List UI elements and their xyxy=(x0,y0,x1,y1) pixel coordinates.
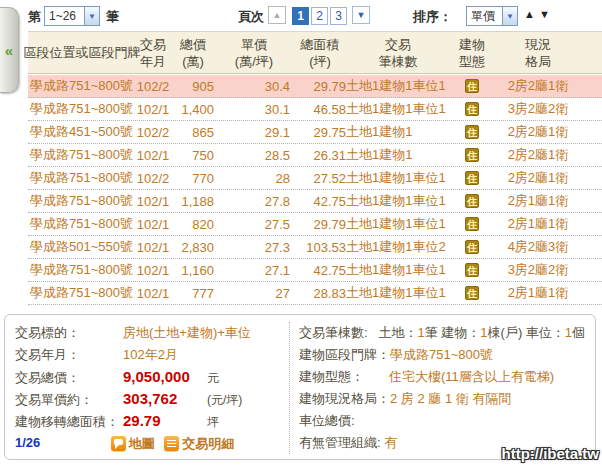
table-row[interactable]: 學成路751~800號102/11,18827.842.75土地1建物1車位1住… xyxy=(28,190,602,213)
cell-layout: 2房1廳1衛 xyxy=(494,192,602,210)
cell-total-area: 28.83 xyxy=(294,286,346,301)
sort-select[interactable]: 單價 ▼ xyxy=(466,6,518,26)
cell-layout: 3房2廳2衛 xyxy=(494,100,602,118)
chevron-down-icon: ▼ xyxy=(502,7,517,25)
cell-building-type: 住 xyxy=(450,263,494,277)
page-button-2[interactable]: 2 xyxy=(311,7,328,25)
map-bubble-icon xyxy=(111,436,126,451)
cell-address: 學成路751~800號 xyxy=(28,146,134,164)
cell-layout: 2房2廳1衛 xyxy=(494,123,602,141)
cell-layout: 3房2廳2衛 xyxy=(494,261,602,279)
cell-address: 學成路751~800號 xyxy=(28,284,134,302)
cell-address: 學成路751~800號 xyxy=(28,169,134,187)
cell-total-price: 1,160 xyxy=(172,263,218,278)
triangle-up-icon: ▲ xyxy=(273,10,282,20)
range-select[interactable]: 1~26 ▼ xyxy=(44,6,100,26)
triangle-down-icon: ▼ xyxy=(357,10,366,20)
cell-layout: 2房2廳1衛 xyxy=(494,77,602,95)
cell-building-type: 住 xyxy=(450,286,494,300)
table-row[interactable]: 學成路751~800號102/182027.529.79土地1建物1車位1住2房… xyxy=(28,213,602,236)
date-label: 交易年月： xyxy=(15,344,123,366)
cell-address: 學成路751~800號 xyxy=(28,261,134,279)
cell-transaction-count: 土地1建物1車位1 xyxy=(346,100,450,118)
table-row[interactable]: 學成路751~800號102/27702827.52土地1建物1車位1住2房2廳… xyxy=(28,167,602,190)
cell-total-area: 42.75 xyxy=(294,263,346,278)
collapse-chevrons-icon: « xyxy=(5,43,13,58)
building-type-label: 建物型態： xyxy=(299,366,389,388)
residential-badge: 住 xyxy=(465,217,479,231)
header-transaction-count: 交易筆棟數 xyxy=(346,32,450,73)
cell-building-type: 住 xyxy=(450,194,494,208)
table-row[interactable]: 學成路451~500號102/286529.129.75土地1建物1住2房2廳1… xyxy=(28,121,602,144)
cell-address: 學成路751~800號 xyxy=(28,77,134,95)
detail-left-column: 交易標的：房地(土地+建物)+車位 交易年月：102年2月 交易總價：9,050… xyxy=(15,322,281,454)
detail-panel: 交易標的：房地(土地+建物)+車位 交易年月：102年2月 交易總價：9,050… xyxy=(4,314,596,460)
collapse-panel-tab[interactable]: « xyxy=(0,7,19,93)
pager-prev-button[interactable]: ▲ xyxy=(268,6,286,24)
total-price-unit: 元 xyxy=(207,371,219,385)
building-layout-label: 建物現況格局： xyxy=(299,391,390,406)
parking-price-label: 車位總價: xyxy=(299,413,355,428)
cell-building-type: 住 xyxy=(450,125,494,139)
cell-total-area: 29.79 xyxy=(294,79,346,94)
pager-next-button[interactable]: ▼ xyxy=(352,6,370,24)
date-value: 102年2月 xyxy=(123,347,178,362)
txn-count-label: 交易筆棟數: xyxy=(299,325,368,340)
residential-badge: 住 xyxy=(465,148,479,162)
list-icon xyxy=(164,436,179,451)
cell-layout: 2房2廳1衛 xyxy=(494,146,602,164)
cell-total-price: 750 xyxy=(172,148,218,163)
building-layout-value: 2 房 2 廳 1 衛 有隔間 xyxy=(390,391,511,406)
cell-year-month: 102/2 xyxy=(134,125,172,140)
map-button[interactable]: 地圖 xyxy=(111,433,155,455)
cell-total-area: 29.79 xyxy=(294,217,346,232)
table-row[interactable]: 學成路751~800號102/17772728.83土地1建物1車位1住2房1廳… xyxy=(28,282,602,305)
cell-address: 學成路751~800號 xyxy=(28,192,134,210)
sort-select-value: 單價 xyxy=(467,8,502,25)
cell-total-area: 29.75 xyxy=(294,125,346,140)
range-select-value: 1~26 xyxy=(45,9,84,23)
cell-unit-price: 27.8 xyxy=(218,194,294,209)
building-address-label: 建物區段門牌： xyxy=(299,347,390,362)
table-row[interactable]: 學成路751~800號102/175028.526.31土地1建物1住2房2廳1… xyxy=(28,144,602,167)
subject-label: 交易標的： xyxy=(15,322,123,344)
land-count: 1 xyxy=(417,325,424,340)
cell-total-area: 27.52 xyxy=(294,171,346,186)
area-unit: 坪 xyxy=(207,415,219,429)
cell-year-month: 102/1 xyxy=(134,148,172,163)
cell-address: 學成路451~500號 xyxy=(28,123,134,141)
header-building-type: 建物型態 xyxy=(450,32,494,73)
range-prefix-label: 第 xyxy=(28,8,41,26)
sort-ascending-button[interactable]: ▲ xyxy=(524,9,535,20)
cell-unit-price: 29.1 xyxy=(218,125,294,140)
transaction-detail-button[interactable]: 交易明細 xyxy=(164,433,234,455)
cell-transaction-count: 土地1建物1車位1 xyxy=(346,261,450,279)
area-label: 建物移轉總面積： xyxy=(15,411,123,433)
residential-badge: 住 xyxy=(465,102,479,116)
cell-layout: 2房1廳1衛 xyxy=(494,215,602,233)
table-row[interactable]: 學成路751~800號102/11,40030.146.58土地1建物1車位1住… xyxy=(28,98,602,121)
management-value: 有 xyxy=(384,435,397,450)
cell-building-type: 住 xyxy=(450,171,494,185)
unit-price-value: 303,762 xyxy=(123,388,207,410)
page-button-1[interactable]: 1 xyxy=(292,7,309,25)
cell-unit-price: 27.5 xyxy=(218,217,294,232)
table-row[interactable]: 學成路751~800號102/290530.429.79土地1建物1車位1住2房… xyxy=(28,75,602,98)
cell-transaction-count: 土地1建物1車位1 xyxy=(346,284,450,302)
table-row[interactable]: 學成路501~550號102/12,83027.3103.53土地1建物1車位2… xyxy=(28,236,602,259)
table-row[interactable]: 學成路751~800號102/11,16027.142.75土地1建物1車位1住… xyxy=(28,259,602,282)
building-type-value: 住宅大樓(11層含以上有電梯) xyxy=(389,369,554,384)
cell-layout: 2房2廳1衛 xyxy=(494,169,602,187)
header-layout: 現況格局 xyxy=(494,32,602,73)
cell-transaction-count: 土地1建物1 xyxy=(346,123,450,141)
header-unit-price: 單價(萬/坪) xyxy=(218,32,294,73)
cell-transaction-count: 土地1建物1車位1 xyxy=(346,169,450,187)
sort-label: 排序： xyxy=(413,8,452,26)
cell-unit-price: 28 xyxy=(218,171,294,186)
residential-badge: 住 xyxy=(465,79,479,93)
cell-address: 學成路751~800號 xyxy=(28,100,134,118)
sort-descending-button[interactable]: ▼ xyxy=(539,9,550,20)
page-button-3[interactable]: 3 xyxy=(330,7,347,25)
cell-building-type: 住 xyxy=(450,102,494,116)
cell-transaction-count: 土地1建物1車位1 xyxy=(346,192,450,210)
